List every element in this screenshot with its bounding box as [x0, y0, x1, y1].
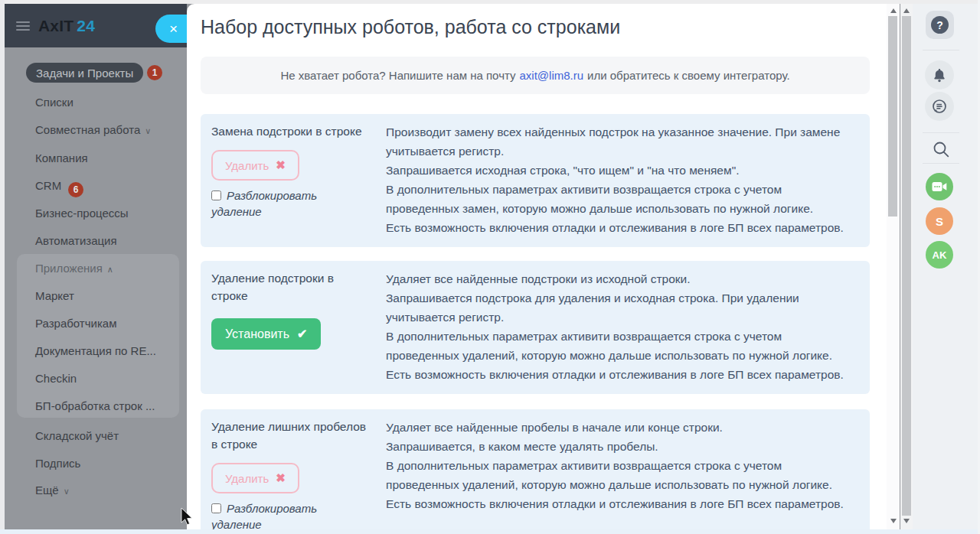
scroll-up-arrow[interactable] [900, 5, 913, 16]
video-camera-icon [932, 181, 947, 192]
install-robot-button[interactable]: Установить✔ [211, 318, 321, 350]
x-icon: ✖ [276, 158, 286, 172]
close-icon: × [169, 21, 178, 37]
unlock-delete-checkbox[interactable]: Разблокировать удаление [211, 500, 368, 532]
messenger-button[interactable] [925, 92, 954, 121]
slider-panel: Набор доступных роботов, работа со строк… [187, 4, 887, 534]
unlock-delete-checkbox[interactable]: Разблокировать удаление [211, 187, 368, 220]
avatar-s[interactable]: S [926, 207, 953, 235]
divider [923, 50, 959, 50]
sidebar-item-string-bp[interactable]: БП-обработка строк ... [35, 399, 155, 412]
robot-description: Производит замену всех найденных подстро… [386, 122, 858, 237]
robot-name: Замена подстроки в строке [211, 122, 368, 140]
sidebar-item-collab[interactable]: Совместная работа∨ [35, 123, 151, 136]
sidebar: AxIT24 Задачи и Проекты 1 Списки Совмест… [5, 4, 187, 529]
crm-badge: 6 [68, 182, 83, 197]
x-icon: ✖ [276, 471, 286, 485]
bell-icon [933, 68, 946, 83]
sidebar-apps-group [17, 254, 179, 418]
scroll-down-arrow[interactable] [900, 516, 913, 526]
app-logo[interactable]: AxIT24 [38, 17, 95, 35]
app-window: AxIT24 Задачи и Проекты 1 Списки Совмест… [0, 0, 980, 534]
window-frame [0, 529, 980, 534]
video-call-button[interactable] [926, 173, 953, 200]
robot-card-trim-spaces: Удаление лишних пробелов в строке Удалит… [201, 409, 870, 534]
hamburger-menu-icon[interactable] [16, 21, 30, 31]
checkbox[interactable] [211, 190, 221, 200]
chat-bubble-icon [932, 99, 947, 114]
sidebar-item-automation[interactable]: Автоматизация [35, 234, 117, 247]
sidebar-item-warehouse[interactable]: Складской учёт [35, 429, 119, 442]
page-scrollbar [900, 4, 913, 529]
help-button[interactable]: ? [926, 11, 954, 39]
robot-card-remove-substring: Удаление подстроки в строке Установить✔ … [201, 261, 870, 394]
search-icon [933, 141, 950, 158]
sidebar-item-apps[interactable]: Приложения∧ [35, 262, 113, 275]
robot-name: Удаление лишних пробелов в строке [211, 418, 368, 453]
checkbox[interactable] [211, 503, 221, 513]
divider [923, 132, 959, 133]
page-title: Набор доступных роботов, работа со строк… [201, 16, 870, 38]
sidebar-item-tasks[interactable]: Задачи и Проекты [26, 63, 143, 83]
chevron-up-icon: ∧ [107, 265, 113, 274]
question-icon: ? [931, 16, 949, 34]
sidebar-item-rest-docs[interactable]: Документация по RE... [35, 344, 156, 357]
sidebar-item-signature[interactable]: Подпись [35, 457, 80, 470]
robot-card-replace-substring: Замена подстроки в строке Удалить✖ Разбл… [201, 114, 870, 247]
chevron-down-icon: ∨ [64, 487, 70, 496]
sidebar-item-market[interactable]: Маркет [35, 289, 74, 302]
chevron-down-icon: ∨ [145, 126, 151, 135]
sidebar-item-bizproc[interactable]: Бизнес-процессы [35, 207, 129, 220]
scroll-up-arrow[interactable] [887, 5, 900, 16]
scrollbar-thumb[interactable] [902, 16, 911, 516]
support-notice: Не хватает робота? Напишите нам на почту… [201, 57, 870, 94]
scroll-down-arrow[interactable] [887, 516, 900, 526]
sidebar-item-more[interactable]: Ещё∨ [35, 484, 70, 497]
robot-description: Удаляет все найденные пробелы в начале и… [386, 418, 858, 532]
sidebar-item-lists[interactable]: Списки [35, 96, 74, 109]
sidebar-item-company[interactable]: Компания [35, 151, 88, 164]
slider-close-button[interactable]: × [155, 15, 187, 43]
right-toolbar: ? [913, 4, 978, 529]
notifications-button[interactable] [925, 60, 954, 90]
search-button[interactable] [931, 139, 951, 159]
robot-name: Удаление подстроки в строке [211, 269, 368, 304]
avatar-ak[interactable]: AK [926, 241, 953, 269]
delete-robot-button[interactable]: Удалить✖ [211, 150, 299, 181]
support-email-link[interactable]: axit@lim8.ru [520, 69, 584, 82]
sidebar-item-developers[interactable]: Разработчикам [35, 317, 116, 330]
sidebar-item-crm[interactable]: CRM6 [35, 179, 83, 197]
divider [923, 163, 959, 164]
delete-robot-button[interactable]: Удалить✖ [211, 463, 299, 493]
window-frame [0, 0, 980, 4]
robot-description: Удаляет все найденные подстроки из исход… [386, 269, 858, 384]
slider-scrollbar [887, 4, 900, 529]
tasks-badge: 1 [147, 65, 162, 80]
scrollbar-thumb[interactable] [888, 16, 897, 217]
window-frame [0, 0, 5, 534]
check-icon: ✔ [297, 327, 307, 341]
sidebar-item-checkin[interactable]: Checkin [35, 372, 77, 385]
